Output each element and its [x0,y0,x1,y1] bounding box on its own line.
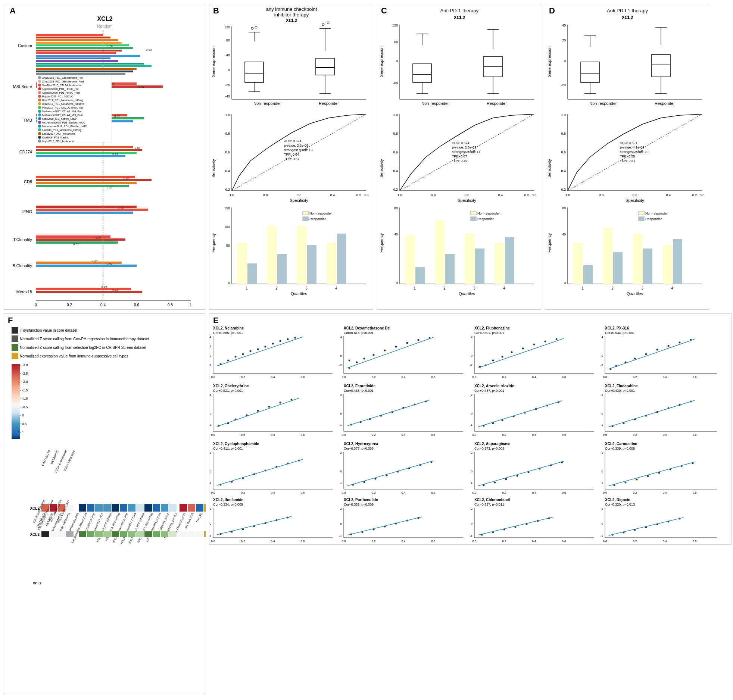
svg-text:TPR:     0.55: TPR: 0.55 [620,154,635,158]
svg-point-480 [502,356,503,358]
panel-d-label: D [549,6,555,16]
svg-point-442 [294,337,296,339]
svg-text:0: 0 [22,413,24,417]
svg-text:4: 4 [602,335,603,339]
svg-text:1: 1 [581,286,584,290]
svg-text:2: 2 [471,451,473,454]
svg-text:0.4: 0.4 [532,433,536,437]
svg-text:0.6: 0.6 [297,193,302,197]
svg-text:XCL2, Carmustine: XCL2, Carmustine [605,442,637,446]
svg-text:80: 80 [394,206,398,210]
svg-text:Riaz2017_PD1_Melanoma_IpiNaive: Riaz2017_PD1_Melanoma_IpiNaive [42,103,84,106]
svg-text:-1: -1 [339,423,342,426]
svg-rect-24 [36,44,129,46]
svg-text:XCL2, Dexamethasone De: XCL2, Dexamethasone De [344,326,390,330]
svg-rect-21 [36,37,110,38]
svg-text:strongest cutoff: 20: strongest cutoff: 20 [620,150,648,154]
svg-text:0.2: 0.2 [371,491,376,494]
svg-text:0.6: 0.6 [562,491,566,494]
svg-text:0.2: 0.2 [356,193,361,197]
svg-point-141 [322,24,324,26]
svg-point-524 [268,406,270,408]
svg-text:1: 1 [414,286,416,290]
svg-text:XCL2, Fludarabine: XCL2, Fludarabine [605,384,638,388]
svg-text:-2: -2 [339,363,342,367]
svg-text:XCL2: XCL2 [622,15,633,20]
svg-rect-308 [613,252,623,284]
svg-rect-372 [188,504,195,512]
svg-text:0: 0 [564,281,566,285]
svg-text:4: 4 [335,286,337,290]
svg-rect-401 [50,531,57,537]
panel-e-chart: XCL2, Nelarabine Cor=0.886, p<0.001 4 2 … [209,323,732,545]
panel-f: F T dysfunction value in core dataset No… [4,313,205,694]
svg-rect-268 [581,62,599,82]
svg-rect-56 [36,185,129,187]
svg-text:0.2: 0.2 [225,188,230,191]
svg-rect-407 [103,531,111,537]
svg-text:0: 0 [602,412,603,415]
panel-b-label: B [213,6,219,16]
svg-text:Cor=0.534, p<0.001: Cor=0.534, p<0.001 [605,331,635,335]
svg-text:0.4: 0.4 [401,540,406,543]
svg-text:4: 4 [340,335,342,339]
svg-text:Lauss2017_ACT_Melanoma: Lauss2017_ACT_Melanoma [42,132,75,135]
svg-text:0.52: 0.52 [73,243,79,246]
svg-text:0.57: 0.57 [96,236,102,239]
svg-point-77 [38,76,41,79]
svg-text:1: 1 [246,286,248,290]
svg-rect-53 [36,176,135,178]
svg-text:0.4: 0.4 [662,375,667,379]
svg-text:XCL2: XCL2 [97,16,113,22]
svg-rect-320 [639,217,644,221]
svg-line-607 [217,459,303,485]
svg-rect-326 [12,344,18,351]
panel-b-chart: any immune checkpoint inhibitor therapy … [209,4,374,310]
svg-text:0.90: 0.90 [146,48,152,51]
svg-text:XCL2, Hydroxyurea: XCL2, Hydroxyurea [344,442,378,446]
svg-text:0.0: 0.0 [603,375,607,379]
svg-point-505 [679,342,681,344]
svg-text:0.61: 0.61 [112,152,118,156]
svg-text:2: 2 [443,286,446,290]
svg-text:1.0: 1.0 [565,193,570,197]
svg-rect-55 [36,182,137,184]
svg-rect-330 [12,364,20,439]
svg-text:0.6: 0.6 [431,491,436,494]
svg-text:0.4: 0.4 [662,540,667,543]
panel-c-label: C [381,6,387,16]
svg-text:-40: -40 [225,94,230,98]
svg-text:2: 2 [602,507,603,510]
svg-point-458 [364,358,365,360]
svg-text:0.6: 0.6 [692,433,697,437]
svg-text:0.6: 0.6 [225,150,230,154]
svg-text:Non-responder: Non-responder [421,101,449,106]
svg-point-134 [255,26,257,28]
svg-text:0: 0 [602,470,603,473]
svg-text:0.4: 0.4 [393,169,398,173]
svg-text:Quartiles: Quartiles [459,291,475,296]
svg-text:0.4: 0.4 [271,491,275,494]
svg-text:Responder: Responder [645,217,662,221]
svg-text:0.6: 0.6 [465,193,470,197]
svg-rect-73 [36,291,142,293]
svg-rect-31 [36,63,144,65]
svg-rect-322 [12,327,18,334]
svg-text:0: 0 [564,59,566,63]
svg-rect-412 [144,531,152,537]
svg-rect-419 [204,531,206,537]
svg-text:AUC: AUC [107,308,117,308]
svg-text:0: 0 [35,303,37,307]
svg-text:0.4: 0.4 [271,540,275,543]
svg-rect-408 [112,531,119,537]
svg-text:0.57: 0.57 [107,186,113,189]
svg-point-441 [287,338,289,340]
svg-rect-328 [12,353,18,359]
svg-text:-3.0: -3.0 [22,363,28,367]
svg-text:Uppaluri2020_PD1_HNSC_Pre: Uppaluri2020_PD1_HNSC_Pre [42,88,79,91]
svg-point-97 [38,113,41,116]
svg-text:0.8: 0.8 [393,132,398,135]
svg-text:0: 0 [340,354,342,357]
svg-text:1.0: 1.0 [397,193,402,197]
svg-text:-2: -2 [470,363,473,367]
